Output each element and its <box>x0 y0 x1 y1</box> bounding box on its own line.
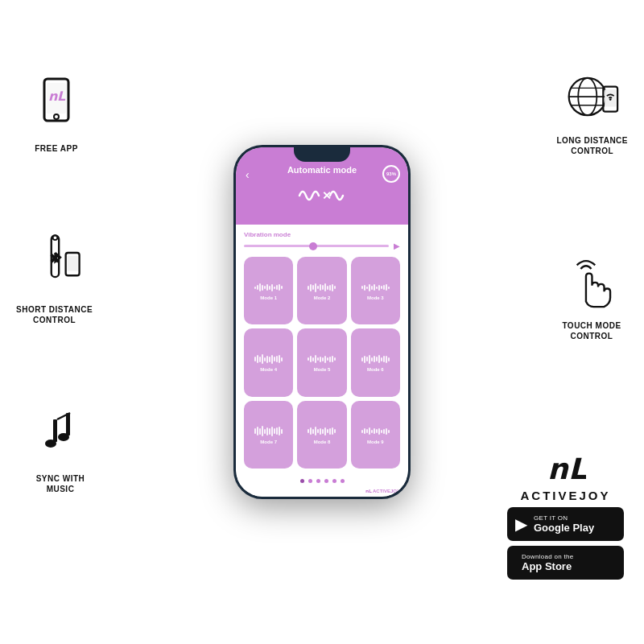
feature-free-app: 𝗻𝗟 FREE APP <box>24 72 89 154</box>
google-play-badge[interactable]: ▶ GET IT ON Google Play <box>507 507 624 541</box>
screen-title: Automatic mode <box>287 165 357 175</box>
page-container: 𝗻𝗟 FREE APP ✖ SHORT DISTANCECONTROL <box>0 0 644 644</box>
feature-touch-mode: TOUCH MODECONTROL <box>559 250 624 341</box>
phone-mockup: ‹ 93% Automatic mode ✕ V <box>233 145 411 499</box>
mode-button-8[interactable]: Mode 8 <box>297 401 346 469</box>
svg-point-12 <box>58 433 69 441</box>
screen-brand: 𝗻𝗟 ACTIVEJOY <box>236 486 408 497</box>
dot-1[interactable] <box>300 479 304 483</box>
touch-mode-icon <box>559 250 624 314</box>
svg-point-3 <box>54 114 59 119</box>
feature-long-distance: LONG DISTANCECONTROL <box>556 64 628 156</box>
short-distance-label: SHORT DISTANCECONTROL <box>16 304 93 325</box>
long-distance-label: LONG DISTANCECONTROL <box>556 135 628 156</box>
svg-point-8 <box>52 235 57 240</box>
mode-label-5: Mode 5 <box>314 367 331 372</box>
brand-name: ACTIVEJOY <box>520 489 610 502</box>
sync-music-label: SYNC WITHMUSIC <box>36 473 85 494</box>
app-store-text: Download on the App Store <box>522 553 574 572</box>
touch-mode-label: TOUCH MODECONTROL <box>562 320 621 341</box>
mode-button-3[interactable]: Mode 3 <box>351 257 400 324</box>
phone-notch <box>294 147 350 162</box>
feature-sync-music: SYNC WITHMUSIC <box>28 402 93 494</box>
mode-label-9: Mode 9 <box>367 440 384 444</box>
dot-3[interactable] <box>316 479 320 483</box>
slider-track[interactable] <box>244 245 389 247</box>
mode-label-8: Mode 8 <box>314 440 331 444</box>
mode-button-5[interactable]: Mode 5 <box>297 328 346 396</box>
mode-label-1: Mode 1 <box>260 295 277 300</box>
google-play-line2: Google Play <box>534 522 594 534</box>
app-store-line1: Download on the <box>522 553 574 560</box>
slider-row: ▶ <box>244 242 400 250</box>
mode-label-2: Mode 2 <box>314 295 331 300</box>
dot-6[interactable] <box>341 479 345 483</box>
svg-point-21 <box>609 98 612 101</box>
dot-5[interactable] <box>332 479 336 483</box>
phone-screen: ‹ 93% Automatic mode ✕ V <box>236 147 408 497</box>
mode-label-7: Mode 7 <box>260 440 277 444</box>
google-play-text: GET IT ON Google Play <box>534 514 594 534</box>
dot-2[interactable] <box>308 479 312 483</box>
free-app-icon: 𝗻𝗟 <box>24 72 89 137</box>
phone-body: ‹ 93% Automatic mode ✕ V <box>233 145 411 499</box>
svg-rect-9 <box>53 419 57 442</box>
long-distance-icon <box>560 64 625 129</box>
mode-grid: Mode 1Mode 2Mode 3Mode 4Mode 5Mode 6Mode… <box>244 257 400 469</box>
sync-music-icon <box>28 402 93 467</box>
mode-label-3: Mode 3 <box>367 295 384 300</box>
svg-point-10 <box>45 440 56 448</box>
app-store-badge[interactable]: Download on the App Store <box>507 546 624 580</box>
mode-button-9[interactable]: Mode 9 <box>351 401 400 469</box>
brand-section: 𝗻𝗟 ACTIVEJOY ▶ GET IT ON Google Play Dow… <box>507 453 624 580</box>
mode-button-2[interactable]: Mode 2 <box>297 257 346 324</box>
svg-rect-20 <box>605 89 616 106</box>
google-play-icon: ▶ <box>515 514 527 534</box>
mode-button-1[interactable]: Mode 1 <box>244 257 293 324</box>
screen-dots <box>236 475 408 486</box>
svg-text:𝗻𝗟: 𝗻𝗟 <box>47 89 65 103</box>
back-arrow-icon: ‹ <box>246 168 250 181</box>
mode-button-7[interactable]: Mode 7 <box>244 401 293 469</box>
svg-rect-7 <box>67 256 77 271</box>
slider-thumb <box>309 242 317 250</box>
free-app-label: FREE APP <box>35 143 78 154</box>
feature-short-distance: ✖ SHORT DISTANCECONTROL <box>16 233 93 325</box>
play-icon: ▶ <box>394 242 400 250</box>
vibration-icon: ✕ <box>298 184 346 207</box>
svg-rect-11 <box>66 413 70 436</box>
vibration-mode-label: Vibration mode <box>244 231 400 238</box>
mode-button-4[interactable]: Mode 4 <box>244 328 293 396</box>
mode-label-6: Mode 6 <box>367 367 384 372</box>
mode-button-6[interactable]: Mode 6 <box>351 328 400 396</box>
short-distance-icon: ✖ <box>23 233 87 298</box>
brand-logo-container: 𝗻𝗟 <box>546 453 586 484</box>
dot-4[interactable] <box>324 479 328 483</box>
app-store-line2: App Store <box>522 560 574 572</box>
screen-content: Vibration mode ▶ Mode 1Mode 2Mode 3Mode … <box>236 225 408 475</box>
svg-text:𝗻𝗟: 𝗻𝗟 <box>547 453 586 484</box>
brand-logo-icon: 𝗻𝗟 <box>546 453 586 484</box>
google-play-line1: GET IT ON <box>534 514 594 522</box>
mode-label-4: Mode 4 <box>260 367 277 372</box>
battery-indicator: 93% <box>382 165 400 183</box>
